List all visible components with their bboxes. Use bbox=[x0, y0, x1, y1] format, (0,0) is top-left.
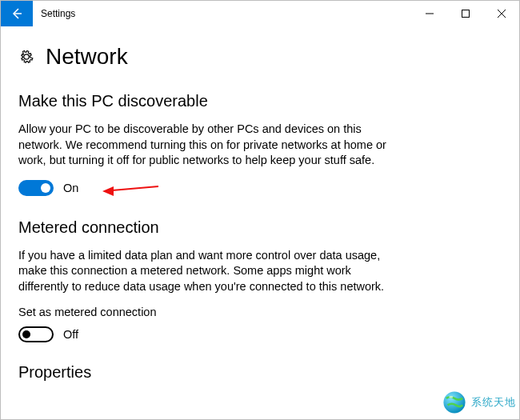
annotation-arrow-icon bbox=[102, 182, 158, 198]
content-area: Network Make this PC discoverable Allow … bbox=[1, 26, 519, 382]
page-header: Network bbox=[18, 44, 502, 70]
metered-toggle[interactable] bbox=[18, 326, 54, 342]
titlebar: Settings bbox=[1, 1, 519, 26]
back-button[interactable] bbox=[1, 1, 33, 26]
metered-sub-label: Set as metered connection bbox=[18, 306, 502, 318]
minimize-button[interactable] bbox=[411, 1, 447, 26]
metered-heading: Metered connection bbox=[18, 218, 502, 237]
svg-marker-5 bbox=[102, 186, 114, 196]
metered-section: Metered connection If you have a limited… bbox=[18, 218, 502, 343]
metered-description: If you have a limited data plan and want… bbox=[18, 248, 394, 295]
titlebar-spacer bbox=[75, 1, 411, 26]
page-title: Network bbox=[46, 44, 128, 70]
svg-rect-1 bbox=[462, 10, 469, 18]
close-icon bbox=[498, 10, 506, 18]
discoverable-heading: Make this PC discoverable bbox=[18, 92, 502, 110]
toggle-knob bbox=[22, 330, 30, 338]
svg-line-4 bbox=[112, 186, 158, 190]
globe-icon bbox=[441, 389, 468, 416]
minimize-icon bbox=[426, 10, 434, 18]
watermark-text: 系统天地 bbox=[471, 395, 516, 410]
toggle-knob bbox=[41, 183, 50, 193]
maximize-icon bbox=[462, 10, 470, 18]
properties-heading: Properties bbox=[18, 363, 502, 382]
settings-window: Settings Network Make this PC discoverab… bbox=[0, 0, 520, 420]
discoverable-toggle-label: On bbox=[63, 182, 78, 194]
close-button[interactable] bbox=[483, 1, 519, 26]
metered-toggle-label: Off bbox=[63, 328, 78, 341]
metered-toggle-row: Off bbox=[18, 326, 502, 342]
discoverable-section: Make this PC discoverable Allow your PC … bbox=[18, 92, 502, 196]
back-arrow-icon bbox=[10, 7, 23, 20]
discoverable-toggle-row: On bbox=[18, 180, 502, 196]
maximize-button[interactable] bbox=[447, 1, 483, 26]
gear-icon bbox=[18, 49, 34, 65]
discoverable-toggle[interactable] bbox=[18, 180, 54, 196]
properties-section: Properties bbox=[18, 363, 502, 382]
window-title: Settings bbox=[33, 1, 75, 26]
discoverable-description: Allow your PC to be discoverable by othe… bbox=[18, 122, 394, 169]
watermark: 系统天地 bbox=[441, 389, 516, 416]
svg-point-7 bbox=[449, 396, 453, 398]
svg-point-6 bbox=[443, 391, 465, 413]
window-controls bbox=[411, 1, 519, 26]
